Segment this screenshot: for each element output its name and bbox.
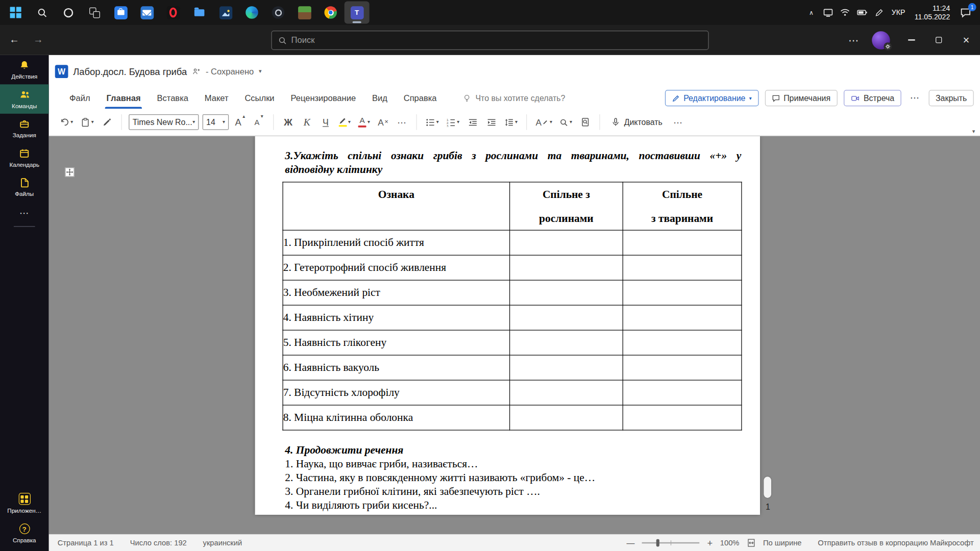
sidebar-more-button[interactable]: ⋯ (19, 202, 30, 220)
bold-button[interactable]: Ж (280, 113, 297, 131)
table-cell-feature[interactable]: 2. Гетеротрофний спосіб живлення (283, 255, 509, 280)
table-cell-plants[interactable] (510, 380, 623, 405)
numbering-button[interactable]: 1.2.3. ▾ (444, 113, 462, 131)
line-spacing-button[interactable]: ▾ (502, 113, 520, 131)
table-cell-feature[interactable]: 7. Відсутність хлорофілу (283, 380, 509, 405)
zoom-in-button[interactable]: + (707, 538, 713, 548)
table-move-handle[interactable] (65, 167, 74, 177)
table-header-plants[interactable]: Спільне зрослинами (510, 182, 623, 230)
table-cell-plants[interactable] (510, 280, 623, 305)
increase-indent-button[interactable] (483, 113, 500, 131)
feedback-link[interactable]: Отправить отзыв в корпорацию Майкрософт (818, 539, 973, 547)
avatar[interactable] (872, 31, 890, 49)
wifi-icon[interactable] (837, 1, 853, 23)
table-cell-plants[interactable] (510, 355, 623, 380)
find-button[interactable]: ▾ (557, 113, 575, 131)
editor-button[interactable] (577, 113, 594, 131)
page-count-status[interactable]: Страница 1 из 1 (58, 539, 114, 547)
toolbar-more-button[interactable]: ⋯ (670, 113, 686, 131)
taskbar-app-edge[interactable] (239, 1, 264, 23)
table-header-animals[interactable]: Спільнез тваринами (623, 182, 742, 230)
close-button[interactable]: × (952, 25, 980, 55)
proofing-language-status[interactable]: украинский (203, 539, 242, 547)
task-view-button[interactable] (82, 1, 107, 23)
decrease-indent-button[interactable] (464, 113, 481, 131)
zoom-slider-thumb[interactable] (656, 539, 659, 547)
notification-center-button[interactable]: 1 (955, 1, 976, 23)
question-3-heading[interactable]: 3.Укажіть спільні ознаки грибів з рослин… (282, 148, 741, 176)
sidebar-item-files[interactable]: Файлы (0, 172, 49, 202)
table-cell-feature[interactable]: 1. Прикріплений спосіб життя (283, 230, 509, 255)
tab-home[interactable]: Главная (98, 87, 149, 109)
app-search-box[interactable] (271, 31, 708, 50)
sidebar-item-activity[interactable]: Действия (0, 55, 49, 85)
comments-button[interactable]: Примечания (765, 90, 837, 106)
hidden-icons-chevron[interactable]: ∧ (803, 1, 820, 23)
taskbar-app-store[interactable] (108, 1, 133, 23)
close-document-button[interactable]: Закрыть (928, 90, 973, 106)
taskbar-search-button[interactable] (30, 1, 55, 23)
table-cell-plants[interactable] (510, 255, 623, 280)
table-cell-feature[interactable]: 5. Наявність глікогену (283, 330, 509, 355)
tab-insert[interactable]: Вставка (149, 87, 197, 109)
underline-button[interactable]: Ч (317, 113, 334, 131)
meeting-button[interactable]: Встреча (844, 90, 901, 106)
back-button[interactable]: ← (5, 31, 24, 49)
search-input[interactable] (291, 36, 667, 45)
font-name-select[interactable]: Times New Ro... ▾ (129, 114, 199, 130)
taskbar-app-files[interactable] (187, 1, 212, 23)
language-indicator[interactable]: УКР (887, 9, 910, 16)
paste-button[interactable]: ▾ (78, 113, 96, 131)
table-cell-animals[interactable] (623, 405, 742, 430)
italic-button[interactable]: К (299, 113, 315, 131)
font-size-select[interactable]: 14 ▾ (203, 114, 229, 130)
table-cell-feature[interactable]: 3. Необмежений ріст (283, 280, 509, 305)
font-color-button[interactable]: А ▾ (356, 113, 373, 131)
sidebar-item-apps[interactable]: Приложен… (0, 488, 49, 518)
tab-view[interactable]: Вид (364, 87, 396, 109)
table-cell-animals[interactable] (623, 330, 742, 355)
table-cell-animals[interactable] (623, 255, 742, 280)
stylus-icon[interactable] (870, 1, 887, 23)
document-page[interactable]: 3.Укажіть спільні ознаки грибів з рослин… (255, 136, 760, 515)
taskbar-app-opera[interactable] (161, 1, 186, 23)
taskbar-app-teams-active[interactable]: T (345, 1, 370, 23)
copilot-button[interactable] (56, 1, 81, 23)
table-cell-plants[interactable] (510, 230, 623, 255)
fit-width-label[interactable]: По ширине (763, 539, 801, 547)
table-cell-plants[interactable] (510, 405, 623, 430)
undo-button[interactable]: ▾ (58, 113, 76, 131)
vertical-scrollbar-thumb[interactable] (764, 477, 771, 498)
grow-font-button[interactable]: А▴ (232, 113, 248, 131)
shrink-font-button[interactable]: А▾ (251, 113, 267, 131)
table-cell-feature[interactable]: 8. Міцна клітинна оболонка (283, 405, 509, 430)
question-4-item[interactable]: 2. Частина, яку в повсякденному житті на… (285, 470, 741, 484)
table-cell-feature[interactable]: 6. Наявність вакуоль (283, 355, 509, 380)
table-cell-plants[interactable] (510, 305, 623, 330)
fit-width-icon[interactable] (747, 539, 755, 547)
taskbar-app-chrome[interactable] (318, 1, 343, 23)
taskbar-clock[interactable]: 11:24 11.05.2022 (910, 4, 955, 21)
taskbar-app-mail[interactable] (134, 1, 159, 23)
taskbar-app-photos[interactable] (213, 1, 238, 23)
tab-help[interactable]: Справка (396, 87, 445, 109)
table-cell-animals[interactable] (623, 230, 742, 255)
table-cell-animals[interactable] (623, 280, 742, 305)
minimize-button[interactable] (897, 25, 925, 55)
table-cell-animals[interactable] (623, 355, 742, 380)
bullets-button[interactable]: ▾ (423, 113, 442, 131)
highlight-button[interactable]: ▾ (336, 113, 353, 131)
font-group-more-button[interactable]: ⋯ (394, 113, 410, 131)
tab-file[interactable]: Файл (61, 87, 98, 109)
battery-icon[interactable] (853, 1, 870, 23)
taskbar-app-minecraft[interactable] (292, 1, 317, 23)
table-header-feature[interactable]: Ознака (283, 182, 509, 230)
tab-references[interactable]: Ссылки (236, 87, 282, 109)
editing-mode-button[interactable]: Редактирование ▾ (665, 90, 758, 106)
taskbar-app-obs[interactable] (265, 1, 290, 23)
styles-button[interactable]: А ▾ (533, 113, 555, 131)
table-cell-feature[interactable]: 4. Наявність хітину (283, 305, 509, 330)
cast-icon[interactable] (820, 1, 837, 23)
clear-formatting-button[interactable]: А ✕ (375, 113, 391, 131)
sidebar-item-assignments[interactable]: Задания (0, 114, 49, 143)
